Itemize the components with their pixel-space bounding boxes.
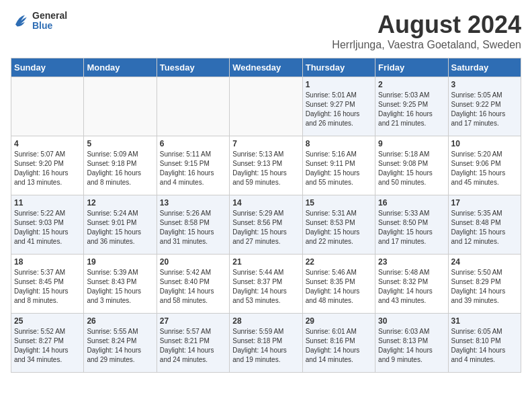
calendar-cell: 15Sunrise: 5:31 AM Sunset: 8:53 PM Dayli… bbox=[302, 195, 375, 255]
calendar-cell bbox=[157, 77, 229, 136]
day-number: 18 bbox=[14, 257, 81, 267]
day-number: 20 bbox=[160, 257, 226, 267]
cell-content: Sunrise: 5:33 AM Sunset: 8:50 PM Dayligh… bbox=[378, 209, 445, 246]
cell-content: Sunrise: 5:37 AM Sunset: 8:45 PM Dayligh… bbox=[14, 268, 81, 306]
day-number: 29 bbox=[306, 316, 372, 326]
cell-content: Sunrise: 5:09 AM Sunset: 9:18 PM Dayligh… bbox=[87, 150, 153, 187]
logo-text: General Blue bbox=[32, 11, 67, 32]
day-number: 2 bbox=[378, 80, 445, 89]
calendar-cell: 26Sunrise: 5:55 AM Sunset: 8:24 PM Dayli… bbox=[84, 314, 157, 373]
day-number: 15 bbox=[306, 198, 372, 208]
calendar-cell: 24Sunrise: 5:50 AM Sunset: 8:29 PM Dayli… bbox=[448, 255, 521, 314]
calendar-cell: 9Sunrise: 5:18 AM Sunset: 9:08 PM Daylig… bbox=[375, 136, 448, 195]
day-number: 6 bbox=[160, 139, 226, 148]
calendar-cell: 7Sunrise: 5:13 AM Sunset: 9:13 PM Daylig… bbox=[230, 136, 302, 195]
calendar-cell: 5Sunrise: 5:09 AM Sunset: 9:18 PM Daylig… bbox=[84, 136, 157, 195]
logo-general-label: General bbox=[32, 11, 67, 21]
day-number: 25 bbox=[14, 316, 81, 326]
logo-blue-label: Blue bbox=[32, 21, 67, 31]
cell-content: Sunrise: 5:18 AM Sunset: 9:08 PM Dayligh… bbox=[378, 150, 445, 187]
calendar-cell: 19Sunrise: 5:39 AM Sunset: 8:43 PM Dayli… bbox=[84, 255, 157, 314]
calendar-cell: 31Sunrise: 6:05 AM Sunset: 8:10 PM Dayli… bbox=[448, 314, 521, 373]
calendar-cell: 21Sunrise: 5:44 AM Sunset: 8:37 PM Dayli… bbox=[230, 255, 302, 314]
calendar-cell bbox=[11, 77, 84, 136]
calendar-subtitle: Herrljunga, Vaestra Goetaland, Sweden bbox=[332, 39, 521, 51]
day-number: 21 bbox=[232, 257, 299, 267]
calendar-cell: 29Sunrise: 6:01 AM Sunset: 8:16 PM Dayli… bbox=[302, 314, 375, 373]
day-number: 1 bbox=[306, 80, 372, 89]
day-number: 28 bbox=[232, 316, 299, 326]
col-saturday: Saturday bbox=[448, 58, 521, 77]
calendar-week-row: 1Sunrise: 5:01 AM Sunset: 9:27 PM Daylig… bbox=[11, 77, 521, 136]
calendar-cell: 6Sunrise: 5:11 AM Sunset: 9:15 PM Daylig… bbox=[157, 136, 229, 195]
day-number: 9 bbox=[378, 139, 445, 148]
calendar-cell: 20Sunrise: 5:42 AM Sunset: 8:40 PM Dayli… bbox=[157, 255, 229, 314]
col-friday: Friday bbox=[375, 58, 448, 77]
calendar-week-row: 25Sunrise: 5:52 AM Sunset: 8:27 PM Dayli… bbox=[11, 314, 521, 373]
calendar-cell: 2Sunrise: 5:03 AM Sunset: 9:25 PM Daylig… bbox=[375, 77, 448, 136]
cell-content: Sunrise: 6:03 AM Sunset: 8:13 PM Dayligh… bbox=[378, 327, 445, 365]
day-number: 14 bbox=[232, 198, 299, 208]
day-number: 10 bbox=[451, 139, 518, 148]
calendar-cell: 14Sunrise: 5:29 AM Sunset: 8:56 PM Dayli… bbox=[230, 195, 302, 255]
cell-content: Sunrise: 5:44 AM Sunset: 8:37 PM Dayligh… bbox=[232, 268, 299, 306]
calendar-cell: 18Sunrise: 5:37 AM Sunset: 8:45 PM Dayli… bbox=[11, 255, 84, 314]
calendar-cell: 30Sunrise: 6:03 AM Sunset: 8:13 PM Dayli… bbox=[375, 314, 448, 373]
cell-content: Sunrise: 6:05 AM Sunset: 8:10 PM Dayligh… bbox=[451, 327, 518, 365]
logo: General Blue bbox=[11, 11, 67, 32]
day-number: 24 bbox=[451, 257, 518, 267]
col-thursday: Thursday bbox=[302, 58, 375, 77]
cell-content: Sunrise: 5:20 AM Sunset: 9:06 PM Dayligh… bbox=[451, 150, 518, 187]
day-number: 19 bbox=[87, 257, 153, 267]
cell-content: Sunrise: 5:31 AM Sunset: 8:53 PM Dayligh… bbox=[306, 209, 372, 246]
cell-content: Sunrise: 5:11 AM Sunset: 9:15 PM Dayligh… bbox=[160, 150, 226, 187]
title-area: August 2024 Herrljunga, Vaestra Goetalan… bbox=[332, 11, 521, 51]
calendar-cell bbox=[84, 77, 157, 136]
day-number: 13 bbox=[160, 198, 226, 208]
day-number: 26 bbox=[87, 316, 153, 326]
calendar-cell: 12Sunrise: 5:24 AM Sunset: 9:01 PM Dayli… bbox=[84, 195, 157, 255]
calendar-cell: 8Sunrise: 5:16 AM Sunset: 9:11 PM Daylig… bbox=[302, 136, 375, 195]
calendar-week-row: 4Sunrise: 5:07 AM Sunset: 9:20 PM Daylig… bbox=[11, 136, 521, 195]
calendar-title: August 2024 bbox=[332, 11, 521, 39]
day-number: 27 bbox=[160, 316, 226, 326]
calendar-cell: 28Sunrise: 5:59 AM Sunset: 8:18 PM Dayli… bbox=[230, 314, 302, 373]
cell-content: Sunrise: 5:55 AM Sunset: 8:24 PM Dayligh… bbox=[87, 327, 153, 365]
cell-content: Sunrise: 5:57 AM Sunset: 8:21 PM Dayligh… bbox=[160, 327, 226, 365]
calendar-cell: 16Sunrise: 5:33 AM Sunset: 8:50 PM Dayli… bbox=[375, 195, 448, 255]
cell-content: Sunrise: 5:26 AM Sunset: 8:58 PM Dayligh… bbox=[160, 209, 226, 246]
cell-content: Sunrise: 5:35 AM Sunset: 8:48 PM Dayligh… bbox=[451, 209, 518, 246]
day-number: 8 bbox=[306, 139, 372, 148]
calendar-cell: 27Sunrise: 5:57 AM Sunset: 8:21 PM Dayli… bbox=[157, 314, 229, 373]
calendar-cell: 25Sunrise: 5:52 AM Sunset: 8:27 PM Dayli… bbox=[11, 314, 84, 373]
calendar-week-row: 11Sunrise: 5:22 AM Sunset: 9:03 PM Dayli… bbox=[11, 195, 521, 255]
cell-content: Sunrise: 5:52 AM Sunset: 8:27 PM Dayligh… bbox=[14, 327, 81, 365]
day-number: 3 bbox=[451, 80, 518, 89]
col-sunday: Sunday bbox=[11, 58, 84, 77]
col-wednesday: Wednesday bbox=[230, 58, 302, 77]
day-number: 17 bbox=[451, 198, 518, 208]
calendar-cell: 11Sunrise: 5:22 AM Sunset: 9:03 PM Dayli… bbox=[11, 195, 84, 255]
day-number: 16 bbox=[378, 198, 445, 208]
cell-content: Sunrise: 5:07 AM Sunset: 9:20 PM Dayligh… bbox=[14, 150, 81, 187]
cell-content: Sunrise: 5:39 AM Sunset: 8:43 PM Dayligh… bbox=[87, 268, 153, 306]
calendar-header: Sunday Monday Tuesday Wednesday Thursday… bbox=[11, 58, 521, 77]
day-number: 22 bbox=[306, 257, 372, 267]
calendar-cell: 17Sunrise: 5:35 AM Sunset: 8:48 PM Dayli… bbox=[448, 195, 521, 255]
cell-content: Sunrise: 5:01 AM Sunset: 9:27 PM Dayligh… bbox=[306, 91, 372, 128]
cell-content: Sunrise: 5:05 AM Sunset: 9:22 PM Dayligh… bbox=[451, 91, 518, 128]
calendar-cell bbox=[230, 77, 302, 136]
calendar-body: 1Sunrise: 5:01 AM Sunset: 9:27 PM Daylig… bbox=[11, 77, 521, 373]
cell-content: Sunrise: 5:50 AM Sunset: 8:29 PM Dayligh… bbox=[451, 268, 518, 306]
cell-content: Sunrise: 5:22 AM Sunset: 9:03 PM Dayligh… bbox=[14, 209, 81, 246]
calendar-cell: 13Sunrise: 5:26 AM Sunset: 8:58 PM Dayli… bbox=[157, 195, 229, 255]
day-number: 7 bbox=[232, 139, 299, 148]
calendar-week-row: 18Sunrise: 5:37 AM Sunset: 8:45 PM Dayli… bbox=[11, 255, 521, 314]
cell-content: Sunrise: 5:42 AM Sunset: 8:40 PM Dayligh… bbox=[160, 268, 226, 306]
col-tuesday: Tuesday bbox=[157, 58, 229, 77]
day-number: 12 bbox=[87, 198, 153, 208]
cell-content: Sunrise: 5:16 AM Sunset: 9:11 PM Dayligh… bbox=[306, 150, 372, 187]
calendar-table: Sunday Monday Tuesday Wednesday Thursday… bbox=[11, 58, 521, 373]
day-number: 5 bbox=[87, 139, 153, 148]
day-number: 30 bbox=[378, 316, 445, 326]
